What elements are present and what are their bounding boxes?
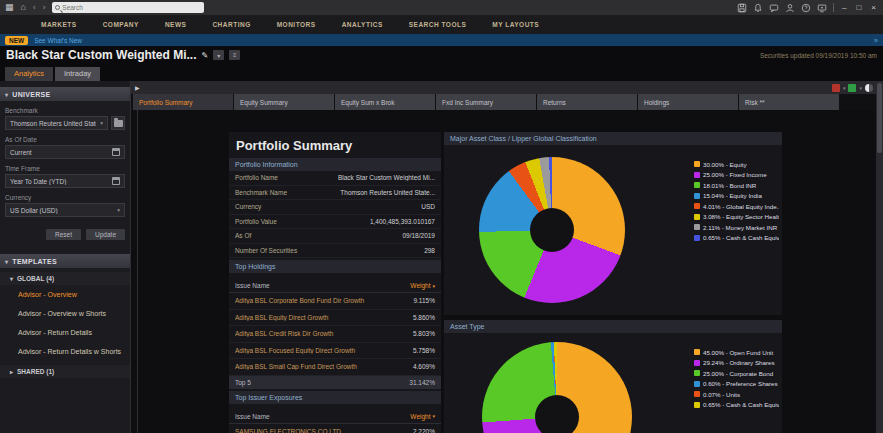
tab-intraday[interactable]: Intraday xyxy=(55,67,100,81)
menu-item-my-layouts[interactable]: MY LAYOUTS xyxy=(479,21,552,28)
table-row[interactable]: Aditya BSL Focused Equity Direct Growth5… xyxy=(229,343,441,360)
legend-item: 4.01% - Global Equity Inde... xyxy=(694,201,779,212)
issue-name-link[interactable]: Aditya BSL Credit Risk Dir Growth xyxy=(235,330,407,337)
forward-icon[interactable]: › xyxy=(43,0,46,15)
whats-new-link[interactable]: See What's New xyxy=(34,37,82,44)
sort-desc-icon[interactable]: ▾ xyxy=(432,283,435,289)
home-icon[interactable]: ⌂ xyxy=(21,0,26,15)
benchmark-dropdown[interactable]: Thomson Reuters United State... ▾ xyxy=(5,116,108,130)
currency-label: Currency xyxy=(5,194,130,201)
chevron-down-icon[interactable]: ▾ xyxy=(859,85,862,91)
template-item[interactable]: Advisor - Overview xyxy=(0,285,130,304)
issue-name-link[interactable]: SAMSUNG ELECTRONICS CO LTD xyxy=(235,428,407,433)
body-area: ▾ UNIVERSE Benchmark Thomson Reuters Uni… xyxy=(0,81,883,433)
legend-label: 3.08% - Equity Sector Healt... xyxy=(703,213,779,220)
reset-button[interactable]: Reset xyxy=(46,229,81,240)
currency-value: US Dollar (USD) xyxy=(10,207,113,214)
search-input[interactable] xyxy=(62,4,201,11)
benchmark-browse-button[interactable] xyxy=(111,116,125,130)
report-tab-portfolio-summary[interactable]: Portfolio Summary xyxy=(133,94,233,110)
as-of-date-field[interactable]: Current xyxy=(5,145,125,159)
as-of-date-label: As Of Date xyxy=(5,136,130,143)
time-frame-field[interactable]: Year To Date (YTD) xyxy=(5,174,125,188)
report-tab-holdings[interactable]: Holdings xyxy=(638,94,738,110)
export-pdf-button[interactable] xyxy=(832,84,840,92)
time-frame-label: Time Frame xyxy=(5,165,130,172)
sort-desc-icon[interactable]: ▾ xyxy=(432,413,435,419)
save-icon[interactable] xyxy=(737,3,747,13)
share-screen-icon[interactable] xyxy=(817,3,827,13)
templates-label: TEMPLATES xyxy=(12,258,57,265)
messenger-icon[interactable] xyxy=(769,3,779,13)
report-tab-equity-summary[interactable]: Equity Summary xyxy=(234,94,334,110)
calendar-icon[interactable] xyxy=(112,148,120,156)
menu-item-markets[interactable]: MARKETS xyxy=(28,21,90,28)
help-icon[interactable] xyxy=(801,3,811,13)
close-button[interactable]: × xyxy=(869,3,878,12)
edit-icon[interactable]: ✎ xyxy=(201,51,208,60)
report-tab-equity-sum-x-brok[interactable]: Equity Sum x Brok xyxy=(335,94,435,110)
currency-dropdown[interactable]: US Dollar (USD) ▾ xyxy=(5,203,125,217)
menu-item-analytics[interactable]: ANALYTICS xyxy=(329,21,396,28)
expand-panel-icon[interactable]: ▶ xyxy=(135,84,140,91)
asset-type-chart-title: Asset Type xyxy=(450,323,485,330)
template-group-shared-1[interactable]: ▸SHARED (1) xyxy=(0,365,130,378)
theme-toggle-icon[interactable] xyxy=(865,84,873,92)
issue-name-link[interactable]: Aditya BSL Corporate Bond Fund Dir Growt… xyxy=(235,297,407,304)
menu-item-company[interactable]: COMPANY xyxy=(90,21,152,28)
weight-column[interactable]: Weight ▾ xyxy=(410,413,435,420)
table-row[interactable]: Aditya BSL Credit Risk Dir Growth5.803% xyxy=(229,326,441,343)
issue-name-link[interactable]: Aditya BSL Focused Equity Direct Growth xyxy=(235,347,407,354)
table-row[interactable]: Aditya BSL Equity Direct Growth5.860% xyxy=(229,310,441,327)
templates-section-header[interactable]: ▾ TEMPLATES xyxy=(0,254,130,268)
report-tab-risk[interactable]: Risk ** xyxy=(739,94,839,110)
scrollbar-thumb[interactable] xyxy=(877,83,882,153)
legend-swatch xyxy=(694,214,700,220)
menu-item-news[interactable]: NEWS xyxy=(152,21,200,28)
template-item[interactable]: Advisor - Return Details w Shorts xyxy=(0,342,130,361)
layout-dropdown-button[interactable]: ▾ xyxy=(213,50,224,60)
legend-item: 45.00% - Open Fund Unit xyxy=(694,347,779,358)
banner-more-icon[interactable]: » xyxy=(874,37,878,44)
vertical-scrollbar[interactable] xyxy=(876,81,883,433)
issue-name-link[interactable]: Aditya BSL Small Cap Fund Direct Growth xyxy=(235,363,407,370)
template-item[interactable]: Advisor - Overview w Shorts xyxy=(0,304,130,323)
legend-swatch xyxy=(694,391,700,397)
report-tab-returns[interactable]: Returns xyxy=(537,94,637,110)
table-row[interactable]: Aditya BSL Small Cap Fund Direct Growth4… xyxy=(229,359,441,376)
menu-item-charting[interactable]: CHARTING xyxy=(199,21,263,28)
legend-item: 29.24% - Ordinary Shares xyxy=(694,358,779,369)
legend-label: 18.01% - Bond INR xyxy=(703,182,756,189)
menu-item-monitors[interactable]: MONITORS xyxy=(264,21,329,28)
legend-swatch xyxy=(694,381,700,387)
calendar-icon[interactable] xyxy=(112,177,120,185)
issue-name-column[interactable]: Issue Name xyxy=(235,282,270,289)
export-excel-button[interactable] xyxy=(848,84,856,92)
table-row[interactable]: SAMSUNG ELECTRONICS CO LTD2.220% xyxy=(229,424,441,433)
update-button[interactable]: Update xyxy=(86,229,125,240)
profile-icon[interactable] xyxy=(785,3,795,13)
legend-item: 0.65% - Cash & Cash Equiv... xyxy=(694,233,779,244)
layout-list-button[interactable]: ≡ xyxy=(229,50,240,60)
legend-swatch xyxy=(694,161,700,167)
issue-name-link[interactable]: Aditya BSL Equity Direct Growth xyxy=(235,314,407,321)
legend-swatch xyxy=(694,172,700,178)
template-groups: ▾GLOBAL (4)Advisor - OverviewAdvisor - O… xyxy=(0,272,130,378)
weight-column[interactable]: Weight ▾ xyxy=(410,282,435,289)
restore-button[interactable]: □ xyxy=(854,3,863,12)
table-row[interactable]: Aditya BSL Corporate Bond Fund Dir Growt… xyxy=(229,293,441,310)
notifications-bell-icon[interactable] xyxy=(753,3,763,13)
universe-section-header[interactable]: ▾ UNIVERSE xyxy=(0,87,130,101)
menu-item-search-tools[interactable]: SEARCH TOOLS xyxy=(396,21,480,28)
template-item[interactable]: Advisor - Return Details xyxy=(0,323,130,342)
back-icon[interactable]: ‹ xyxy=(33,0,36,15)
report-tab-fxd-inc-summary[interactable]: Fxd Inc Summary xyxy=(436,94,536,110)
tab-analytics[interactable]: Analytics xyxy=(5,67,53,81)
chevron-down-icon[interactable]: ▾ xyxy=(843,85,846,91)
app-grid-icon[interactable]: ▦ xyxy=(5,0,14,15)
template-group-global-4[interactable]: ▾GLOBAL (4) xyxy=(0,272,130,285)
issue-name-column[interactable]: Issue Name xyxy=(235,413,270,420)
benchmark-label: Benchmark xyxy=(5,107,130,114)
minimize-button[interactable]: – xyxy=(840,3,848,12)
search-box[interactable] xyxy=(52,2,204,13)
